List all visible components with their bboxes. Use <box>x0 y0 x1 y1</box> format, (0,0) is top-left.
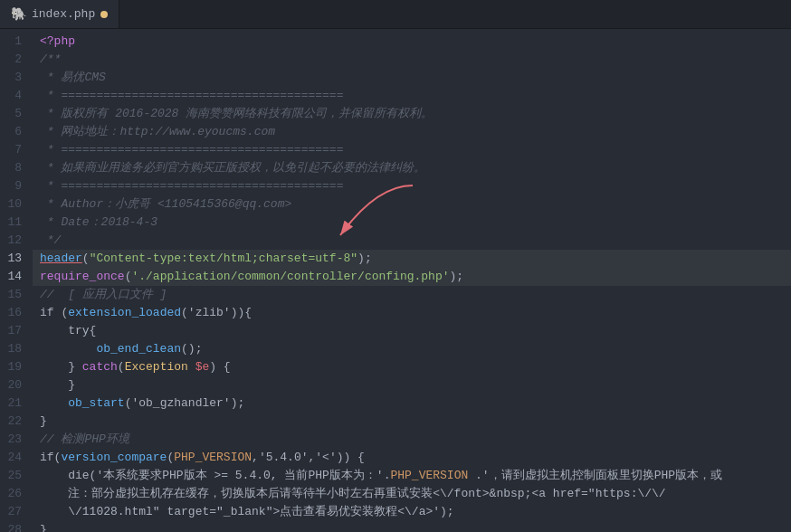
code-line: * 易优CMS <box>33 69 791 87</box>
line-number: 23 <box>7 431 22 449</box>
code-line: } <box>33 413 791 431</box>
code-line: /** <box>33 51 791 69</box>
token: ( <box>118 358 125 376</box>
token: * 易优CMS <box>40 69 106 87</box>
token: * Date：2018-4-3 <box>40 214 157 232</box>
code-area[interactable]: <?php/** * 易优CMS * =====================… <box>33 29 791 532</box>
token: \/11028.html" target="_blank">点击查看易优安装教程… <box>40 503 454 521</box>
token: (); <box>181 340 202 358</box>
line-number: 24 <box>7 449 22 467</box>
line-number: 1 <box>7 33 22 51</box>
line-number: 8 <box>7 159 22 177</box>
code-line: } <box>33 376 791 394</box>
token: header <box>40 250 82 268</box>
line-numbers: 1234567891011121314151617181920212223242… <box>0 29 33 532</box>
line-number: 3 <box>7 69 22 87</box>
code-line: \/11028.html" target="_blank">点击查看易优安装教程… <box>33 503 791 521</box>
tab-filename: index.php <box>32 7 95 21</box>
token: "Content-type:text/html;charset=utf-8" <box>90 250 357 268</box>
token: require_once <box>40 268 125 286</box>
token: * ======================================… <box>40 177 343 195</box>
code-line: * 如果商业用途务必到官方购买正版授权，以免引起不必要的法律纠纷。 <box>33 159 791 177</box>
line-number: 25 <box>7 467 22 485</box>
token: * 版权所有 2016-2028 海南赞赞网络科技有限公司，并保留所有权利。 <box>40 105 433 123</box>
line-number: 27 <box>7 503 22 521</box>
code-line: * 网站地址：http://www.eyoucms.com <box>33 123 791 141</box>
line-number: 12 <box>7 232 22 250</box>
token: ('zlib')){ <box>181 304 252 322</box>
token: './application/common/controller/confing… <box>131 268 449 286</box>
line-number: 18 <box>7 340 22 358</box>
line-number: 2 <box>7 51 22 69</box>
line-number: 15 <box>7 286 22 304</box>
line-number: 13 <box>7 250 22 268</box>
code-line: * ======================================… <box>33 141 791 159</box>
token: extension_loaded <box>68 304 181 322</box>
code-line: */ <box>33 232 791 250</box>
php-icon: 🐘 <box>11 6 26 22</box>
token: ob_end_clean <box>40 340 181 358</box>
line-number: 22 <box>7 413 22 431</box>
code-line: } catch(Exception $e) { <box>33 358 791 376</box>
line-number: 28 <box>7 521 22 532</box>
file-tab[interactable]: 🐘 index.php <box>0 0 119 28</box>
line-number: 6 <box>7 123 22 141</box>
tab-bar: 🐘 index.php <box>0 0 791 29</box>
line-number: 20 <box>7 376 22 394</box>
line-number: 17 <box>7 322 22 340</box>
token: <?php <box>40 33 75 51</box>
token: try{ <box>40 322 96 340</box>
code-line: if(version_compare(PHP_VERSION,'5.4.0','… <box>33 449 791 467</box>
code-line: ob_end_clean(); <box>33 340 791 358</box>
token: * 网站地址：http://www.eyoucms.com <box>40 123 275 141</box>
code-line: * ======================================… <box>33 177 791 195</box>
token: ob_start <box>40 394 125 413</box>
token: } <box>40 521 47 532</box>
code-line: require_once('./application/common/contr… <box>33 268 791 286</box>
token: ('ob_gzhandler'); <box>125 394 245 413</box>
line-number: 11 <box>7 214 22 232</box>
line-number: 7 <box>7 141 22 159</box>
token: 注：部分虚拟主机存在缓存，切换版本后请等待半小时左右再重试安装<\/font>&… <box>40 485 666 503</box>
token: version_compare <box>61 449 167 467</box>
token: /** <box>40 51 61 69</box>
code-line: * Date：2018-4-3 <box>33 214 791 232</box>
token: * Author：小虎哥 <1105415366@qq.com> <box>40 195 291 214</box>
line-number: 4 <box>7 87 22 105</box>
code-line: 注：部分虚拟主机存在缓存，切换版本后请等待半小时左右再重试安装<\/font>&… <box>33 485 791 503</box>
modified-indicator <box>100 11 108 18</box>
token: ( <box>125 268 132 286</box>
token: } <box>40 413 47 431</box>
token: ); <box>450 268 464 286</box>
line-number: 9 <box>7 177 22 195</box>
code-line: * 版权所有 2016-2028 海南赞赞网络科技有限公司，并保留所有权利。 <box>33 105 791 123</box>
token: */ <box>40 232 61 250</box>
token: ( <box>167 449 174 467</box>
code-line: } <box>33 521 791 532</box>
token: if ( <box>40 304 68 322</box>
token: // 检测PHP环境 <box>40 431 129 449</box>
line-number: 26 <box>7 485 22 503</box>
token: $e <box>188 358 209 376</box>
token: if( <box>40 449 61 467</box>
line-number: 5 <box>7 105 22 123</box>
line-number: 21 <box>7 394 22 413</box>
token: Exception <box>125 358 188 376</box>
code-line: <?php <box>33 33 791 51</box>
line-number: 19 <box>7 358 22 376</box>
token: * ======================================… <box>40 141 343 159</box>
code-line: * ======================================… <box>33 87 791 105</box>
token: // [ 应用入口文件 ] <box>40 286 167 304</box>
code-line: * Author：小虎哥 <1105415366@qq.com> <box>33 195 791 214</box>
code-line: try{ <box>33 322 791 340</box>
token: * 如果商业用途务必到官方购买正版授权，以免引起不必要的法律纠纷。 <box>40 159 425 177</box>
line-number: 14 <box>7 268 22 286</box>
token: } <box>40 358 82 376</box>
code-line: die('本系统要求PHP版本 >= 5.4.0, 当前PHP版本为：'.PHP… <box>33 467 791 485</box>
token: ) { <box>209 358 230 376</box>
token: ); <box>357 250 372 268</box>
line-number: 10 <box>7 195 22 214</box>
code-line: if (extension_loaded('zlib')){ <box>33 304 791 322</box>
token: .'，请到虚拟主机控制面板里切换PHP版本，或 <box>468 467 722 485</box>
token: catch <box>82 358 118 376</box>
